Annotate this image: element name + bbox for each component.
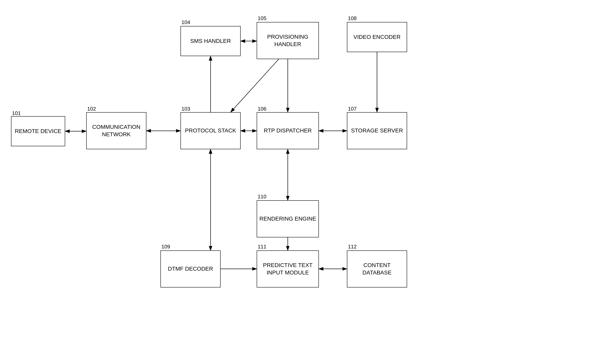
ref-106: 106: [258, 106, 266, 112]
sms-handler-label: SMS HANDLER: [190, 37, 231, 45]
comm-network-label: COMMUNICATIONNETWORK: [92, 123, 140, 138]
ref-107: 107: [348, 106, 357, 112]
protocol-stack-label: PROTOCOL STACK: [185, 127, 236, 134]
content-database-box: CONTENTDATABASE: [347, 250, 407, 287]
video-encoder-label: VIDEO ENCODER: [354, 33, 401, 41]
ref-102: 102: [87, 106, 96, 112]
rendering-engine-box: RENDERING ENGINE: [257, 200, 319, 237]
remote-device-label: REMOTE DEVICE: [15, 128, 61, 135]
ref-105: 105: [258, 15, 266, 22]
video-encoder-box: VIDEO ENCODER: [347, 22, 407, 52]
ref-111: 111: [258, 243, 266, 250]
storage-server-label: STORAGE SERVER: [351, 127, 403, 134]
provisioning-handler-label: PROVISIONINGHANDLER: [267, 33, 308, 48]
dtmf-decoder-label: DTMF DECODER: [168, 265, 213, 272]
provisioning-handler-box: PROVISIONINGHANDLER: [257, 22, 319, 59]
protocol-stack-box: PROTOCOL STACK: [180, 112, 241, 149]
dtmf-decoder-box: DTMF DECODER: [161, 250, 220, 287]
content-database-label: CONTENTDATABASE: [362, 262, 392, 276]
rtp-dispatcher-box: RTP DISPATCHER: [257, 112, 319, 149]
predictive-text-box: PREDICTIVE TEXTINPUT MODULE: [257, 250, 319, 287]
sms-handler-box: SMS HANDLER: [180, 26, 241, 56]
ref-112: 112: [348, 243, 357, 250]
rtp-dispatcher-label: RTP DISPATCHER: [264, 127, 312, 134]
svg-line-4: [231, 59, 279, 112]
comm-network-box: COMMUNICATIONNETWORK: [86, 112, 146, 149]
rendering-engine-label: RENDERING ENGINE: [259, 215, 316, 222]
ref-104: 104: [182, 19, 190, 25]
diagram-container: REMOTE DEVICE 101 COMMUNICATIONNETWORK 1…: [0, 0, 603, 364]
ref-110: 110: [258, 194, 266, 200]
ref-108: 108: [348, 15, 357, 22]
storage-server-box: STORAGE SERVER: [347, 112, 407, 149]
ref-101: 101: [12, 110, 21, 116]
ref-103: 103: [182, 106, 190, 112]
remote-device-box: REMOTE DEVICE: [11, 116, 65, 146]
predictive-text-label: PREDICTIVE TEXTINPUT MODULE: [263, 262, 313, 276]
ref-109: 109: [162, 243, 170, 250]
